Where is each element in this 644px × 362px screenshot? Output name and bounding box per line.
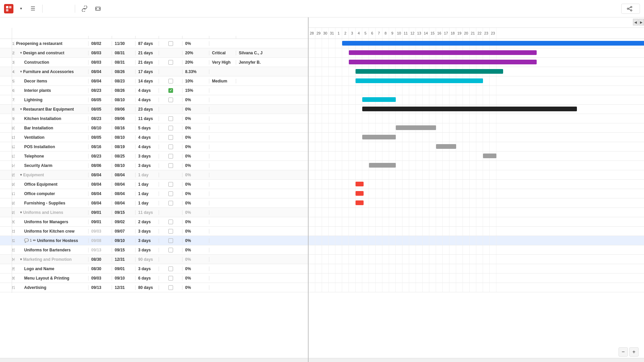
table-row[interactable]: 3 Construction 08/03 08/31 21 days 20% V…: [0, 58, 308, 67]
start-cell[interactable]: 08/16: [89, 144, 112, 149]
end-cell[interactable]: 08/31: [112, 60, 136, 65]
milestone-cell[interactable]: [159, 266, 182, 271]
completion-cell[interactable]: 20%: [182, 60, 209, 65]
completion-cell[interactable]: 0%: [182, 154, 209, 159]
gantt-bar[interactable]: [356, 182, 364, 186]
milestone-checkbox[interactable]: [168, 135, 173, 140]
gantt-bar[interactable]: [356, 191, 364, 196]
end-cell[interactable]: 08/04: [112, 201, 136, 205]
zoom-in-button[interactable]: +: [629, 347, 639, 357]
milestone-checkbox[interactable]: [168, 220, 173, 224]
milestone-cell[interactable]: [159, 257, 182, 262]
start-cell[interactable]: 08/04: [89, 191, 112, 196]
gantt-row[interactable]: [309, 161, 644, 170]
horizontal-scrollbar[interactable]: [309, 358, 644, 362]
completion-cell[interactable]: 0%: [182, 248, 209, 252]
milestone-cell[interactable]: [159, 135, 182, 140]
table-row[interactable]: 6 Interior plants 08/23 08/26 4 days ✓ 1…: [0, 86, 308, 95]
task-name-cell[interactable]: ▾ Restaurant Bar Equipment: [15, 107, 89, 112]
task-name-cell[interactable]: 💬 1 ✏ Uniforms for Hostess: [15, 238, 89, 243]
completion-cell[interactable]: 0%: [182, 238, 209, 243]
end-cell[interactable]: 08/10: [112, 163, 136, 168]
completion-cell[interactable]: 0%: [182, 173, 209, 177]
milestone-checkbox[interactable]: [168, 191, 173, 196]
milestone-cell[interactable]: [159, 69, 182, 74]
completion-cell[interactable]: 0%: [182, 201, 209, 205]
milestone-checkbox[interactable]: ✓: [168, 88, 173, 93]
task-name-cell[interactable]: Decor items: [15, 79, 89, 83]
task-name-cell[interactable]: Uniforms for Managers: [15, 220, 89, 224]
start-cell[interactable]: 08/04: [89, 69, 112, 74]
priority-cell[interactable]: Medium: [209, 79, 236, 83]
task-name-cell[interactable]: Uniforms for Bartenders: [15, 248, 89, 252]
milestone-checkbox[interactable]: [168, 116, 173, 121]
task-name-header[interactable]: [15, 36, 89, 39]
gantt-bar[interactable]: [362, 97, 396, 102]
gantt-bar[interactable]: [362, 107, 577, 111]
table-row[interactable]: 8 ▾ Restaurant Bar Equipment 08/05 09/06…: [0, 105, 308, 114]
table-row[interactable]: 18 Furnishing - Supplies 08/04 08/04 1 d…: [0, 198, 308, 208]
completion-cell[interactable]: 8.33%: [182, 69, 209, 74]
completion-cell[interactable]: 20%: [182, 51, 209, 55]
end-cell[interactable]: 09/06: [112, 116, 136, 121]
start-cell[interactable]: 08/05: [89, 98, 112, 102]
start-cell[interactable]: 08/23: [89, 88, 112, 93]
gantt-row[interactable]: [309, 245, 644, 255]
duration-cell[interactable]: 3 days: [136, 266, 159, 271]
task-name-cell[interactable]: Interior plants: [15, 88, 89, 93]
start-cell[interactable]: 08/10: [89, 126, 112, 130]
completion-cell[interactable]: 0%: [182, 98, 209, 102]
start-cell[interactable]: 09/08: [89, 238, 112, 243]
milestone-checkbox[interactable]: [168, 248, 173, 252]
table-row[interactable]: 12 POS Installation 08/16 08/19 4 days 0…: [0, 142, 308, 152]
milestone-cell[interactable]: [159, 229, 182, 234]
gantt-row[interactable]: [309, 58, 644, 67]
table-row[interactable]: 20 Uniforms for Managers 09/01 09/02 2 d…: [0, 217, 308, 227]
gantt-row[interactable]: [309, 76, 644, 86]
completion-cell[interactable]: 0%: [182, 191, 209, 196]
end-cell[interactable]: 12/31: [112, 257, 136, 262]
gantt-row[interactable]: [309, 39, 644, 48]
start-cell[interactable]: 08/30: [89, 257, 112, 262]
zoom-out-button[interactable]: −: [619, 347, 628, 357]
table-row[interactable]: 24 ▾ Marketing and Promotion 08/30 12/31…: [0, 255, 308, 264]
start-cell[interactable]: 08/23: [89, 116, 112, 121]
table-row[interactable]: 26 Menu Layout & Printing 09/03 09/10 6 …: [0, 274, 308, 283]
end-cell[interactable]: 08/19: [112, 144, 136, 149]
priority-cell[interactable]: Very High: [209, 60, 236, 65]
end-cell[interactable]: 08/04: [112, 182, 136, 187]
group-toggle[interactable]: ▾: [20, 173, 22, 177]
priority-cell[interactable]: Critical: [209, 51, 236, 55]
milestone-cell[interactable]: [159, 51, 182, 55]
start-cell[interactable]: 08/04: [89, 173, 112, 177]
end-cell[interactable]: 08/25: [112, 154, 136, 159]
table-row[interactable]: 4 ▾ Furniture and Accessories 08/04 08/2…: [0, 67, 308, 76]
duration-cell[interactable]: 14 days: [136, 79, 159, 83]
milestone-checkbox[interactable]: [168, 126, 173, 130]
task-name-cell[interactable]: Advertising: [15, 285, 89, 290]
duration-cell[interactable]: 80 days: [136, 285, 159, 290]
milestone-cell[interactable]: [159, 191, 182, 196]
completion-cell[interactable]: 0%: [182, 257, 209, 262]
redo-button[interactable]: [60, 3, 71, 14]
completion-cell[interactable]: 0%: [182, 107, 209, 112]
gantt-row[interactable]: [309, 152, 644, 161]
table-row[interactable]: 5 Decor items 08/04 08/23 14 days 10% Me…: [0, 76, 308, 86]
start-cell[interactable]: 09/03: [89, 229, 112, 234]
gantt-row[interactable]: [309, 114, 644, 123]
gantt-row[interactable]: [309, 95, 644, 105]
gantt-left-arrow[interactable]: ◀: [633, 19, 638, 25]
duration-cell[interactable]: 3 days: [136, 154, 159, 159]
end-cell[interactable]: 08/23: [112, 79, 136, 83]
milestone-checkbox[interactable]: [168, 285, 173, 290]
table-row[interactable]: 22 💬 1 ✏ Uniforms for Hostess 09/08 09/1…: [0, 236, 308, 245]
start-cell[interactable]: 08/04: [89, 79, 112, 83]
completion-cell[interactable]: 0%: [182, 116, 209, 121]
task-name-cell[interactable]: Bar Installation: [15, 126, 89, 130]
group-toggle[interactable]: ▾: [20, 257, 22, 261]
milestone-checkbox[interactable]: [168, 144, 173, 149]
duration-cell[interactable]: 23 days: [136, 107, 159, 112]
duration-cell[interactable]: 21 days: [136, 51, 159, 55]
start-cell[interactable]: 08/05: [89, 135, 112, 140]
gantt-row[interactable]: [309, 105, 644, 114]
